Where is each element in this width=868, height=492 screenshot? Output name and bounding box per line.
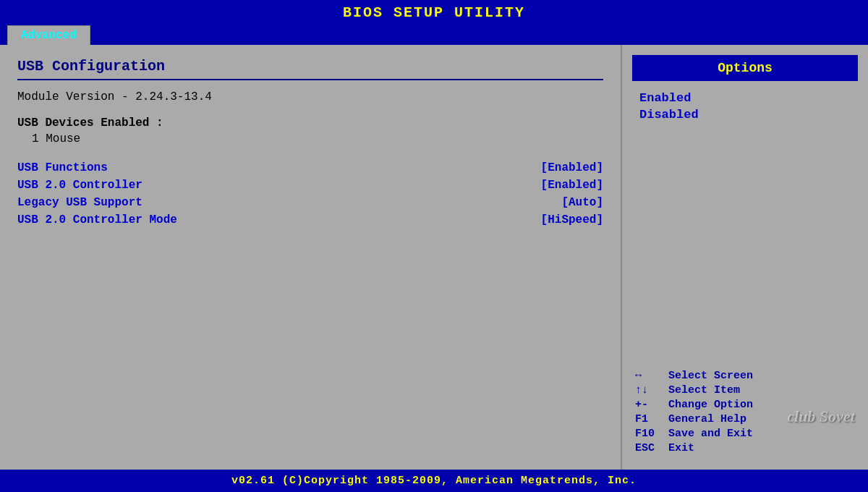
shortcuts-section: ↔ Select Screen ↑↓ Select Item +- Change… — [622, 364, 868, 470]
main-content: USB Configuration Module Version - 2.24.… — [0, 45, 868, 470]
shortcut-select-screen: ↔ Select Screen — [635, 370, 855, 382]
options-header: Options — [632, 55, 858, 81]
config-val-usb-controller: [Enabled] — [541, 179, 603, 192]
shortcut-key-f1: F1 — [635, 413, 668, 425]
shortcut-desc-select-item: Select Item — [668, 384, 740, 396]
config-key-usb-functions: USB Functions — [17, 161, 108, 174]
shortcut-key-plusminus: +- — [635, 399, 668, 411]
section-divider — [17, 79, 603, 80]
config-val-usb-functions: [Enabled] — [541, 161, 603, 174]
config-key-usb-controller-mode: USB 2.0 Controller Mode — [17, 213, 177, 226]
tab-row: Advanced — [0, 25, 868, 45]
tab-advanced[interactable]: Advanced — [7, 25, 90, 45]
footer-bar: v02.61 (C)Copyright 1985-2009, American … — [0, 470, 868, 492]
shortcut-desc-save-exit: Save and Exit — [668, 428, 753, 440]
shortcut-desc-exit: Exit — [668, 442, 694, 454]
devices-value: 1 Mouse — [32, 132, 603, 145]
config-row-legacy-usb[interactable]: Legacy USB Support [Auto] — [17, 196, 603, 209]
right-panel: Options Enabled Disabled ↔ Select Screen… — [622, 45, 868, 470]
options-list: Enabled Disabled — [622, 88, 868, 364]
shortcut-key-updown: ↑↓ — [635, 384, 668, 396]
bios-title: BIOS SETUP UTILITY — [343, 4, 525, 21]
option-enabled[interactable]: Enabled — [639, 91, 851, 105]
shortcut-general-help: F1 General Help — [635, 413, 855, 425]
config-table: USB Functions [Enabled] USB 2.0 Controll… — [17, 161, 603, 226]
shortcut-change-option: +- Change Option — [635, 399, 855, 411]
config-row-usb-controller-mode[interactable]: USB 2.0 Controller Mode [HiSpeed] — [17, 213, 603, 226]
footer-text: v02.61 (C)Copyright 1985-2009, American … — [231, 475, 637, 487]
shortcut-desc-general-help: General Help — [668, 413, 746, 425]
config-key-legacy-usb: Legacy USB Support — [17, 196, 142, 209]
shortcut-desc-select-screen: Select Screen — [668, 370, 753, 382]
module-version: Module Version - 2.24.3-13.4 — [17, 90, 603, 103]
config-row-usb-functions[interactable]: USB Functions [Enabled] — [17, 161, 603, 174]
shortcut-exit: ESC Exit — [635, 442, 855, 454]
option-disabled[interactable]: Disabled — [639, 108, 851, 122]
shortcut-key-esc: ESC — [635, 442, 668, 454]
shortcut-key-f10: F10 — [635, 428, 668, 440]
shortcut-desc-change-option: Change Option — [668, 399, 753, 411]
shortcut-select-item: ↑↓ Select Item — [635, 384, 855, 396]
bios-screen: BIOS SETUP UTILITY Advanced USB Configur… — [0, 0, 868, 492]
shortcut-key-arrows: ↔ — [635, 370, 668, 382]
devices-label: USB Devices Enabled : — [17, 116, 603, 130]
section-title: USB Configuration — [17, 58, 603, 75]
left-panel: USB Configuration Module Version - 2.24.… — [0, 45, 622, 470]
config-key-usb-controller: USB 2.0 Controller — [17, 179, 142, 192]
config-row-usb-controller[interactable]: USB 2.0 Controller [Enabled] — [17, 179, 603, 192]
title-bar: BIOS SETUP UTILITY — [0, 0, 868, 25]
config-val-usb-controller-mode: [HiSpeed] — [541, 213, 603, 226]
config-val-legacy-usb: [Auto] — [561, 196, 603, 209]
shortcut-save-exit: F10 Save and Exit — [635, 428, 855, 440]
